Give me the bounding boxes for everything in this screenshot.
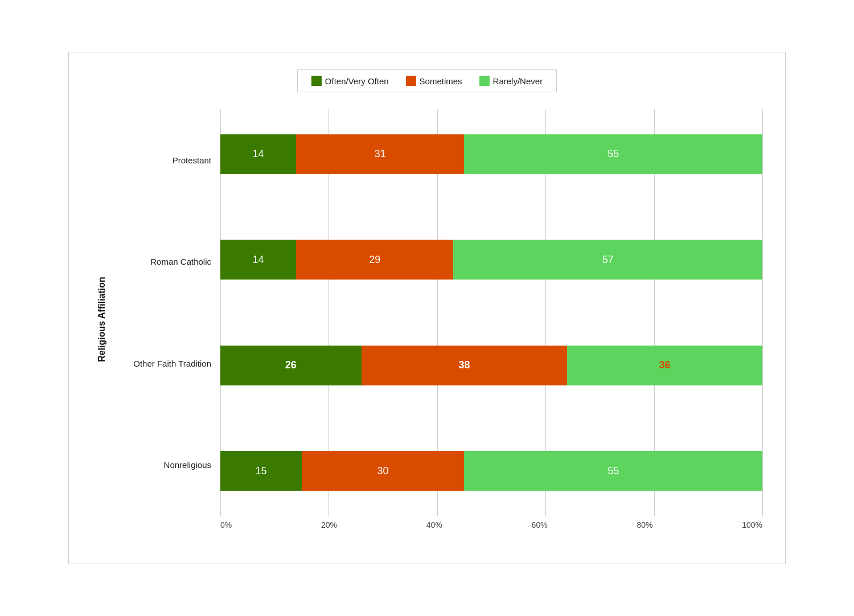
segment-label-sometimes-2: 38 bbox=[458, 359, 470, 371]
bar-segment-rarely-0: 55 bbox=[464, 134, 762, 174]
bar-segment-sometimes-2: 38 bbox=[362, 346, 568, 385]
bar-segment-sometimes-0: 31 bbox=[296, 134, 464, 174]
chart-inner: ProtestantRoman CatholicOther Faith Trad… bbox=[112, 109, 762, 529]
grid-line-5 bbox=[762, 109, 763, 516]
bar-label-0: Protestant bbox=[112, 140, 220, 180]
bar-segment-often-0: 14 bbox=[220, 134, 296, 174]
segment-label-sometimes-1: 29 bbox=[369, 254, 380, 266]
bar-segment-rarely-3: 55 bbox=[464, 451, 762, 491]
segment-label-rarely-0: 55 bbox=[607, 148, 619, 160]
legend-label-often: Often/Very Often bbox=[325, 76, 389, 86]
segment-label-sometimes-3: 30 bbox=[377, 465, 389, 477]
x-tick-2: 40% bbox=[426, 520, 442, 529]
bars-col: 143155142957263836153055 bbox=[220, 109, 762, 516]
segment-label-often-3: 15 bbox=[255, 465, 266, 477]
segment-label-rarely-3: 55 bbox=[607, 465, 619, 477]
x-axis-spacer bbox=[112, 520, 220, 529]
bar-segment-sometimes-1: 29 bbox=[296, 240, 453, 280]
legend-swatch-sometimes bbox=[406, 76, 416, 86]
x-tick-0: 0% bbox=[220, 520, 232, 529]
segment-label-often-1: 14 bbox=[253, 254, 264, 266]
x-tick-3: 60% bbox=[532, 520, 548, 529]
chart-body: Religious Affiliation ProtestantRoman Ca… bbox=[92, 109, 762, 529]
bar-segment-sometimes-3: 30 bbox=[302, 451, 465, 491]
full-layout: ProtestantRoman CatholicOther Faith Trad… bbox=[112, 109, 762, 516]
segment-label-often-2: 26 bbox=[285, 359, 297, 371]
legend-swatch-often bbox=[311, 76, 322, 86]
x-tick-5: 100% bbox=[742, 520, 762, 529]
legend-item-often: Often/Very Often bbox=[311, 76, 389, 86]
bar-label-2: Other Faith Tradition bbox=[112, 343, 220, 383]
bar-segment-often-1: 14 bbox=[220, 240, 296, 280]
segment-label-often-0: 14 bbox=[253, 148, 264, 160]
stacked-bar-0: 143155 bbox=[220, 134, 762, 174]
segment-label-sometimes-0: 31 bbox=[375, 148, 386, 160]
bar-label-3: Nonreligious bbox=[112, 445, 220, 485]
bar-segment-rarely-2: 36 bbox=[567, 346, 762, 385]
stacked-bar-1: 142957 bbox=[220, 240, 762, 280]
bar-label-1: Roman Catholic bbox=[112, 242, 220, 282]
x-tick-1: 20% bbox=[321, 520, 337, 529]
bar-segment-rarely-1: 57 bbox=[453, 240, 762, 280]
y-axis-label: Religious Affiliation bbox=[97, 277, 107, 362]
x-tick-4: 80% bbox=[637, 520, 652, 529]
stacked-bar-3: 153055 bbox=[220, 451, 762, 491]
bar-segment-often-2: 26 bbox=[220, 346, 362, 385]
legend-label-rarely: Rarely/Never bbox=[493, 76, 543, 86]
legend: Often/Very OftenSometimesRarely/Never bbox=[297, 69, 557, 92]
legend-item-rarely: Rarely/Never bbox=[479, 76, 543, 86]
x-axis-ticks: 0%20%40%60%80%100% bbox=[220, 520, 762, 529]
labels-col: ProtestantRoman CatholicOther Faith Trad… bbox=[112, 109, 220, 516]
x-axis-row: 0%20%40%60%80%100% bbox=[112, 520, 762, 529]
chart-container: Often/Very OftenSometimesRarely/Never Re… bbox=[68, 52, 786, 564]
legend-label-sometimes: Sometimes bbox=[420, 76, 462, 86]
y-axis-label-container: Religious Affiliation bbox=[92, 109, 112, 529]
segment-label-rarely-2: 36 bbox=[659, 359, 671, 371]
legend-item-sometimes: Sometimes bbox=[406, 76, 462, 86]
bar-segment-often-3: 15 bbox=[220, 451, 302, 491]
legend-swatch-rarely bbox=[479, 76, 490, 86]
stacked-bar-2: 263836 bbox=[220, 346, 762, 385]
segment-label-rarely-1: 57 bbox=[602, 254, 614, 266]
